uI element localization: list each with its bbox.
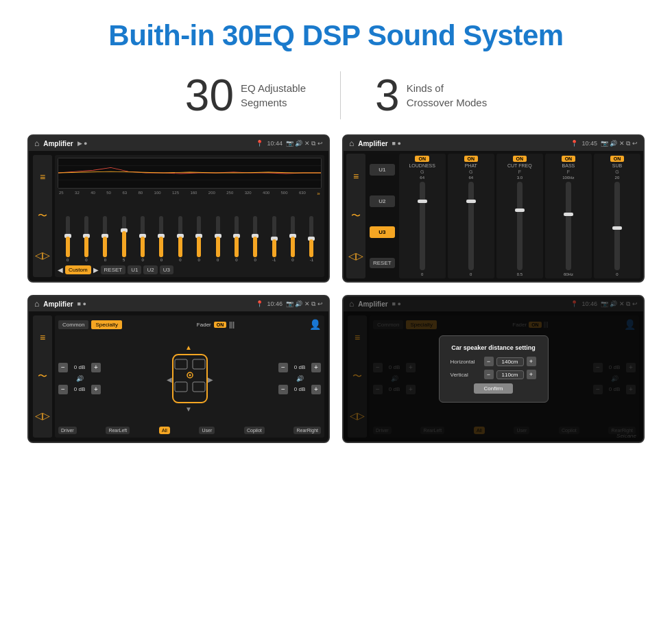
loudness-on[interactable]: ON: [415, 156, 429, 162]
eq-slider-12[interactable]: 0: [284, 216, 301, 262]
fader-row-3: Fader ON |||: [197, 321, 235, 329]
nav-fwd[interactable]: ▶: [93, 266, 99, 274]
horizontal-minus[interactable]: −: [484, 357, 494, 366]
eq-panel-1: 253240506380100125160200250320400500630 …: [55, 155, 324, 277]
crossover-bands: ON LOUDNESS G 64 0 ON PHAT G 64: [399, 154, 640, 278]
eq-slider-2[interactable]: 0: [97, 216, 114, 262]
confirm-button[interactable]: Confirm: [474, 383, 512, 394]
eq-slider-6[interactable]: 0: [171, 216, 189, 262]
home-icon-2[interactable]: ⌂: [349, 139, 354, 148]
svg-text:▶: ▶: [208, 376, 213, 383]
right-levels: − 0 dB + 🔊 − 0 dB +: [278, 363, 321, 394]
svg-text:▼: ▼: [185, 405, 192, 413]
nav-back[interactable]: ◀: [58, 266, 63, 274]
level-tl-minus[interactable]: −: [58, 363, 68, 372]
preset-u1[interactable]: U1: [370, 164, 395, 176]
screen-1-status-icons: 📍 10:44 📷 🔊 ✕ ⧉ ↩: [256, 140, 323, 147]
btn-rearright-3[interactable]: RearRight: [293, 427, 321, 434]
stat-eq-number: 30: [185, 73, 234, 117]
vol-icon-1[interactable]: ◁▷: [35, 250, 50, 261]
eq-graph: [58, 158, 322, 189]
preset-u3[interactable]: U3: [370, 226, 395, 238]
horizontal-plus[interactable]: +: [527, 357, 536, 366]
level-br-plus[interactable]: +: [311, 385, 321, 394]
wave-icon-3[interactable]: 〜: [38, 370, 47, 383]
side-panel-1: ≡ 〜 ◁▷: [33, 155, 52, 277]
level-tl-val: 0 dB: [70, 364, 89, 370]
eq-sliders: 0 0 0 5 0: [58, 199, 322, 263]
cutfreq-on[interactable]: ON: [513, 156, 527, 162]
eq-icon-1[interactable]: ≡: [40, 171, 45, 182]
sub-on[interactable]: ON: [610, 156, 625, 162]
preset-custom[interactable]: Custom: [65, 265, 91, 274]
reset-btn-1[interactable]: RESET: [101, 265, 126, 274]
sub-label: SUB: [612, 163, 622, 168]
eq-slider-7[interactable]: 0: [191, 216, 208, 262]
eq-freq-labels: 253240506380100125160200250320400500630 …: [58, 191, 322, 197]
screens-grid: ⌂ Amplifier ▶ ● 📍 10:44 📷 🔊 ✕ ⧉ ↩ ≡ 〜 ◁▷: [0, 134, 672, 457]
btn-copilot-3[interactable]: Copilot: [244, 427, 265, 434]
vol-icon-3[interactable]: ◁▷: [35, 410, 50, 421]
btn-rearleft-3[interactable]: RearLeft: [106, 427, 130, 434]
level-tr-plus[interactable]: +: [311, 363, 321, 372]
level-br-minus[interactable]: −: [278, 385, 288, 394]
eq-slider-9[interactable]: 0: [228, 216, 245, 262]
eq-icon-2[interactable]: ≡: [353, 171, 359, 182]
u1-btn-1[interactable]: U1: [128, 265, 141, 274]
screen-2-content: ≡ 〜 ◁▷ U1 U2 U3 RESET ON LOUDNESS G 6: [344, 151, 643, 281]
vol-icon-2[interactable]: ◁▷: [348, 250, 363, 261]
screen-3: ⌂ Amplifier ■ ● 📍 10:46 📷 🔊 ✕ ⧉ ↩ ≡ 〜 ◁▷…: [27, 295, 330, 443]
vertical-label: Vertical: [451, 372, 481, 378]
svg-text:▲: ▲: [185, 344, 192, 351]
level-bl-minus[interactable]: −: [58, 385, 68, 394]
eq-slider-3[interactable]: 5: [115, 216, 132, 262]
settings-icon-3[interactable]: 👤: [309, 319, 321, 330]
fader-on-3[interactable]: ON: [214, 322, 227, 328]
home-icon-1[interactable]: ⌂: [34, 139, 39, 148]
car-diagram-3: ▲ ▼ ◀ ▶: [104, 344, 276, 413]
vertical-plus[interactable]: +: [527, 370, 536, 379]
btn-driver-3[interactable]: Driver: [58, 427, 77, 434]
eq-slider-5[interactable]: 0: [153, 216, 170, 262]
phat-on[interactable]: ON: [464, 156, 479, 162]
preset-u2[interactable]: U2: [370, 195, 395, 207]
wave-icon-1[interactable]: 〜: [38, 210, 47, 222]
eq-slider-1[interactable]: 0: [77, 216, 95, 262]
u3-btn-1[interactable]: U3: [160, 265, 173, 274]
stats-row: 30 EQ Adjustable Segments 3 Kinds of Cro…: [0, 59, 672, 134]
tab-common-3[interactable]: Common: [58, 320, 88, 329]
screen-3-icons: ■ ●: [77, 300, 86, 307]
eq-slider-0[interactable]: 0: [59, 216, 76, 262]
vertical-minus[interactable]: −: [484, 370, 494, 379]
tab-specialty-3[interactable]: Specialty: [91, 320, 121, 329]
level-bl-plus[interactable]: +: [91, 385, 101, 394]
wave-icon-2[interactable]: 〜: [351, 210, 361, 222]
screen-2-icons: ■ ●: [392, 140, 401, 147]
eq-slider-4[interactable]: 0: [134, 216, 151, 262]
screen-2: ⌂ Amplifier ■ ● 📍 10:45 📷 🔊 ✕ ⧉ ↩ ≡ 〜 ◁▷…: [342, 134, 645, 283]
band-sub: ON SUB G 20 0: [594, 154, 640, 278]
btn-user-3[interactable]: User: [199, 427, 215, 434]
level-row-bl: − 0 dB +: [58, 385, 101, 394]
stat-eq: 30 EQ Adjustable Segments: [151, 73, 340, 117]
home-icon-3[interactable]: ⌂: [34, 299, 39, 309]
screen-3-status-icons: 📍 10:46 📷 🔊 ✕ ⧉ ↩: [256, 300, 323, 308]
eq-slider-13[interactable]: -1: [303, 216, 320, 262]
bass-on[interactable]: ON: [562, 156, 576, 162]
screen-3-bar: ⌂ Amplifier ■ ● 📍 10:46 📷 🔊 ✕ ⧉ ↩: [29, 296, 328, 311]
eq-icon-3[interactable]: ≡: [40, 332, 45, 343]
level-tl-plus[interactable]: +: [91, 363, 101, 372]
eq-slider-8[interactable]: 0: [209, 216, 226, 262]
page-header: Buith-in 30EQ DSP Sound System: [0, 0, 672, 59]
screen-1-icons: ▶ ●: [77, 140, 88, 147]
reset-btn-2[interactable]: RESET: [370, 258, 395, 268]
btn-all-3[interactable]: All: [159, 427, 170, 434]
eq-slider-10[interactable]: 0: [247, 216, 264, 262]
u2-btn-1[interactable]: U2: [143, 265, 157, 274]
level-tr-minus[interactable]: −: [278, 363, 288, 372]
screen-3-title: Amplifier: [43, 300, 73, 308]
level-tr-val: 0 dB: [290, 364, 309, 370]
eq-slider-11[interactable]: -1: [265, 216, 283, 262]
level-row-tr: − 0 dB +: [278, 363, 321, 372]
specialty-panel-3: Common Specialty Fader ON ||| 👤: [55, 315, 324, 438]
